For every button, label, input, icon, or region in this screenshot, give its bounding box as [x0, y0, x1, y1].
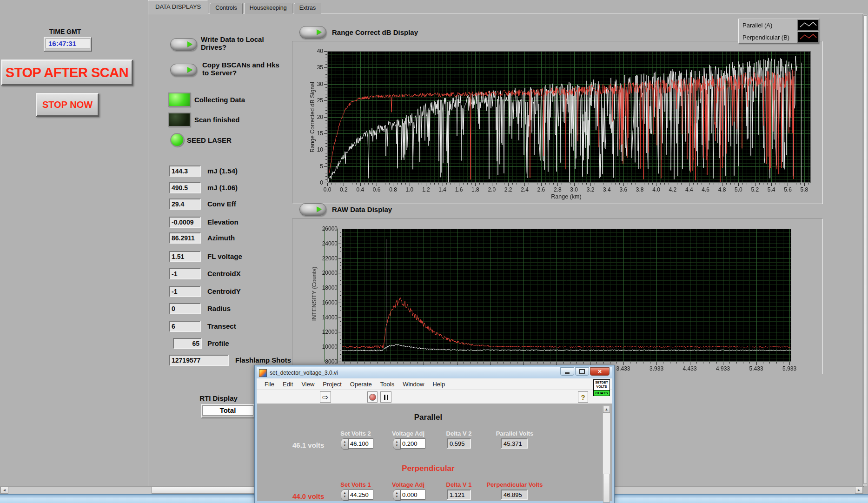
time-gmt-display: 16:47:31 [44, 37, 92, 52]
input-set-volts-1[interactable]: 44.250 [348, 490, 373, 500]
menu-tools[interactable]: Tools [376, 379, 398, 389]
popup-scrollbar-thumb[interactable] [603, 474, 610, 503]
popup-scroll-up-button[interactable]: ▲ [603, 406, 610, 413]
popup-vertical-scrollbar[interactable]: ▲ [603, 405, 610, 499]
labview-main-window: DATA DISPLAYSControlsHousekeepingExtras … [0, 0, 868, 503]
range-db-ylabel: Range Corrected dB Signal [309, 82, 316, 152]
spinner-down-icon[interactable]: ▼ [396, 495, 398, 499]
input-voltage-adj[interactable]: 0.000 [400, 490, 425, 500]
menu-project[interactable]: Project [318, 379, 345, 389]
readout-label: Azimuth [207, 234, 235, 242]
field-label-perpendicular-volts: Perpendicular Volts [486, 481, 543, 488]
readout-value-conv-eff: 29.4 [169, 199, 201, 210]
collecting-data-led [168, 93, 191, 107]
readout-value-profile: 65 [173, 338, 202, 349]
indicator-delta-v-1: 1.121 [447, 490, 471, 500]
menu-edit[interactable]: Edit [278, 379, 297, 389]
spinner-up-icon[interactable]: ▲ [344, 440, 346, 444]
readout-value-fl-voltage: 1.51 [169, 251, 201, 262]
menu-window[interactable]: Window [398, 379, 428, 389]
run-button[interactable]: ⇨ [320, 391, 331, 403]
field-label-voltage-adj: Voltage Adj [392, 481, 424, 488]
raw-data-display-toggle[interactable] [299, 203, 326, 216]
spinner-up-icon[interactable]: ▲ [396, 491, 398, 495]
readout-value-mj-1-06-: 490.5 [169, 182, 201, 193]
toggle-arrow-icon [317, 29, 322, 35]
time-gmt-value: 16:47:31 [46, 39, 90, 48]
pause-button[interactable] [380, 391, 391, 403]
spinner-up-icon[interactable]: ▲ [396, 440, 398, 444]
field-label-set-volts-1: Set Volts 1 [340, 481, 371, 488]
seed-laser-led [170, 133, 184, 147]
help-button[interactable]: ? [578, 391, 588, 403]
restore-button[interactable] [575, 367, 589, 376]
copy-bscans-toggle[interactable] [170, 64, 197, 76]
spinner-down-icon[interactable]: ▼ [344, 495, 346, 499]
scroll-right-button[interactable]: ► [855, 487, 863, 494]
range-db-display-toggle[interactable] [299, 26, 326, 39]
help-icon: ? [581, 393, 585, 401]
vertical-scrollbar-thumb[interactable] [863, 15, 867, 484]
field-label-voltage-adj: Voltage Adj [392, 430, 424, 437]
stop-after-scan-button[interactable]: STOP AFTER SCAN [1, 60, 133, 86]
range-db-display-title: Range Correct dB Display [332, 28, 418, 36]
spinner-down-icon[interactable]: ▼ [344, 444, 346, 448]
menu-operate[interactable]: Operate [346, 379, 376, 389]
rti-display-value: Total [202, 405, 253, 416]
input-set-volts-2[interactable]: 46.100 [348, 438, 373, 449]
abort-button[interactable] [367, 391, 378, 403]
close-button[interactable]: ✕ [590, 367, 610, 376]
field-label-set-volts-2: Set Volts 2 [340, 430, 371, 437]
range-db-xlabel: Range (km) [520, 193, 613, 200]
readout-value-flashlamp-shots: 12719577 [169, 355, 229, 366]
spinner-down-icon[interactable]: ▼ [396, 444, 398, 448]
tab-extras[interactable]: Extras [294, 3, 321, 14]
readout-label: CentroidX [207, 270, 241, 278]
plot-legend: Parallel (A)Perpendicular (B) [738, 19, 819, 44]
popup-menu-bar: FileEditViewProjectOperateToolsWindowHel… [257, 378, 612, 390]
vi-icon [259, 369, 267, 377]
readout-label: CentroidY [207, 287, 241, 295]
spinner-set-volts-2[interactable]: ▲▼ [341, 438, 349, 450]
abort-icon [369, 394, 376, 401]
spinner-voltage-adj[interactable]: ▲▼ [393, 438, 401, 450]
indicator-delta-v-2: 0.595 [447, 438, 471, 449]
tab-housekeeping[interactable]: Housekeeping [244, 3, 292, 14]
readout-label: Flashlamp Shots [235, 356, 291, 364]
volts-readout-perpendicular: 44.0 volts [292, 492, 324, 500]
field-label-delta-v-1: Delta V 1 [446, 481, 472, 488]
popup-title-bar[interactable]: set_detector_voltage_3.0.vi ✕ [257, 367, 612, 378]
section-heading-parallel: Parallel [414, 413, 443, 422]
tab-data-displays[interactable]: DATA DISPLAYS [148, 0, 208, 14]
readout-label: Conv Eff [207, 200, 236, 208]
readout-label: Profile [207, 339, 229, 347]
menu-file[interactable]: File [260, 379, 278, 389]
close-icon: ✕ [597, 369, 602, 375]
seed-laser-label: SEED LASER [187, 136, 232, 144]
popup-toolbar: ⇨ ? [257, 390, 612, 404]
popup-title: set_detector_voltage_3.0.vi [270, 370, 338, 376]
stop-now-button[interactable]: STOP NOW [36, 93, 99, 117]
restore-icon [579, 369, 585, 374]
write-data-local-toggle[interactable] [170, 38, 197, 51]
vertical-scrollbar[interactable] [862, 14, 868, 486]
field-label-delta-v-2: Delta V 2 [446, 430, 472, 437]
readout-value-transect: 6 [169, 321, 201, 332]
rti-display-dropdown[interactable]: Total [201, 404, 255, 418]
readout-value-mj-1-54-: 144.3 [169, 165, 201, 177]
indicator-perpendicular-volts: 46.895 [501, 490, 528, 500]
minimize-button[interactable] [560, 367, 574, 376]
spinner-set-volts-1[interactable]: ▲▼ [341, 490, 349, 501]
menu-view[interactable]: View [297, 379, 318, 389]
spinner-up-icon[interactable]: ▲ [344, 491, 346, 495]
tab-controls[interactable]: Controls [210, 3, 243, 14]
menu-help[interactable]: Help [428, 379, 449, 389]
copy-bscans-label: Copy BSCANs and Hks to Server? [202, 61, 282, 77]
input-voltage-adj[interactable]: 0.200 [400, 438, 425, 449]
spinner-voltage-adj[interactable]: ▲▼ [393, 490, 401, 501]
scroll-left-button[interactable]: ◄ [0, 487, 8, 494]
legend-item-parallel[interactable]: Parallel (A) [739, 19, 819, 31]
legend-label: Parallel (A) [742, 22, 797, 29]
legend-item-perpendicular[interactable]: Perpendicular (B) [739, 31, 819, 43]
section-heading-perpendicular: Perpendicular [402, 464, 454, 473]
